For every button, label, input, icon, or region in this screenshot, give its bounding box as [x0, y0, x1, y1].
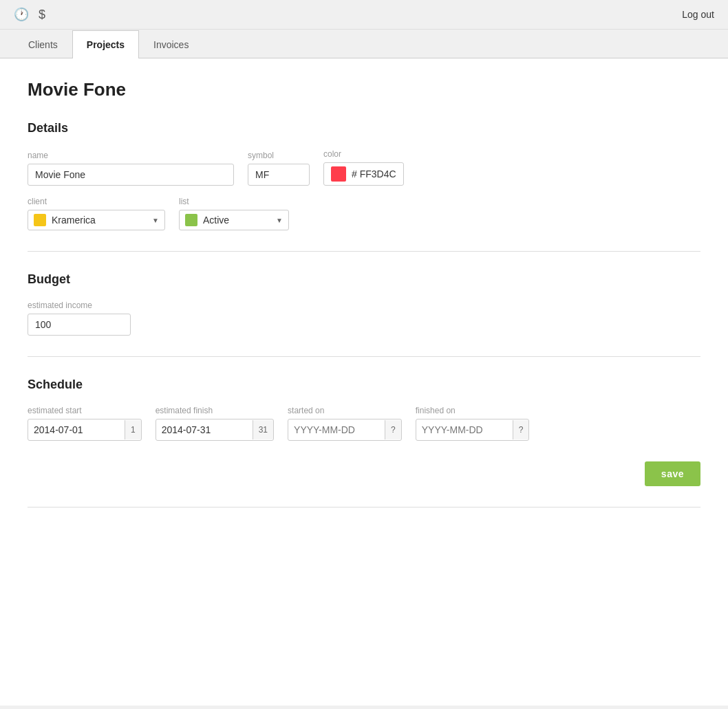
divider-2 [28, 356, 700, 357]
topbar-right: Log out [682, 9, 714, 20]
client-dropdown-arrow: ▼ [152, 217, 159, 224]
est-start-group: estimated start 1 [28, 406, 142, 441]
clock-icon[interactable]: 🕐 [14, 7, 29, 22]
est-start-label: estimated start [28, 406, 142, 415]
started-on-wrapper: ? [288, 419, 402, 441]
list-select[interactable]: Active ▼ [179, 210, 289, 230]
client-color-swatch [34, 214, 46, 226]
dollar-icon[interactable]: $ [39, 8, 45, 22]
client-select-value: Kramerica [52, 215, 147, 226]
started-on-group: started on ? [288, 406, 402, 441]
tab-projects[interactable]: Projects [72, 30, 139, 58]
finished-on-group: finished on ? [416, 406, 530, 441]
details-row-1: name symbol color # FF3D4C [28, 149, 700, 186]
client-select[interactable]: Kramerica ▼ [28, 210, 165, 230]
color-label: color [323, 149, 404, 159]
details-section: Details name symbol color # FF3D4C [28, 121, 700, 230]
details-row-2: client Kramerica ▼ list Active ▼ [28, 197, 700, 230]
finished-on-cal-btn[interactable]: ? [513, 420, 529, 439]
est-finish-wrapper: 31 [156, 419, 274, 441]
color-value: # FF3D4C [352, 168, 396, 179]
list-group: list Active ▼ [179, 197, 289, 230]
started-on-cal-btn[interactable]: ? [385, 420, 401, 439]
list-dropdown-arrow: ▼ [276, 217, 283, 224]
client-group: client Kramerica ▼ [28, 197, 165, 230]
list-select-value: Active [203, 215, 270, 226]
budget-section: Budget estimated income [28, 272, 700, 336]
save-button[interactable]: save [645, 461, 700, 486]
list-label: list [179, 197, 289, 206]
finished-on-input[interactable] [416, 419, 513, 440]
name-input[interactable] [28, 164, 234, 186]
color-swatch [331, 166, 346, 182]
save-row: save [28, 461, 700, 486]
topbar: 🕐 $ Log out [0, 0, 728, 30]
est-finish-input[interactable] [156, 419, 253, 440]
income-label: estimated income [28, 301, 131, 310]
symbol-label: symbol [248, 151, 310, 160]
finished-on-wrapper: ? [416, 419, 530, 441]
nav-tabs: Clients Projects Invoices [0, 30, 728, 58]
finished-on-label: finished on [416, 406, 530, 415]
name-group: name [28, 151, 234, 186]
client-label: client [28, 197, 165, 206]
list-color-swatch [185, 214, 197, 226]
main-content: Movie Fone Details name symbol color # F… [0, 58, 728, 706]
name-label: name [28, 151, 234, 160]
est-finish-group: estimated finish 31 [156, 406, 274, 441]
budget-row: estimated income [28, 301, 700, 336]
divider-1 [28, 251, 700, 252]
started-on-input[interactable] [288, 419, 385, 440]
est-start-cal-btn[interactable]: 1 [125, 420, 141, 439]
symbol-group: symbol [248, 151, 310, 186]
color-group: color # FF3D4C [323, 149, 404, 186]
color-picker[interactable]: # FF3D4C [323, 162, 404, 186]
budget-title: Budget [28, 272, 700, 287]
symbol-input[interactable] [248, 164, 310, 186]
est-finish-cal-btn[interactable]: 31 [253, 420, 273, 439]
est-finish-label: estimated finish [156, 406, 274, 415]
page-title: Movie Fone [28, 79, 700, 100]
schedule-row: estimated start 1 estimated finish 31 st… [28, 406, 700, 441]
schedule-section: Schedule estimated start 1 estimated fin… [28, 378, 700, 486]
est-start-wrapper: 1 [28, 419, 142, 441]
started-on-label: started on [288, 406, 402, 415]
schedule-title: Schedule [28, 378, 700, 392]
income-input[interactable] [28, 314, 131, 336]
tab-clients[interactable]: Clients [14, 30, 72, 58]
logout-link[interactable]: Log out [682, 9, 714, 20]
details-title: Details [28, 121, 700, 135]
topbar-left: 🕐 $ [14, 7, 45, 22]
income-group: estimated income [28, 301, 131, 336]
est-start-input[interactable] [28, 419, 125, 440]
divider-3 [28, 507, 700, 508]
tab-invoices[interactable]: Invoices [139, 30, 203, 58]
